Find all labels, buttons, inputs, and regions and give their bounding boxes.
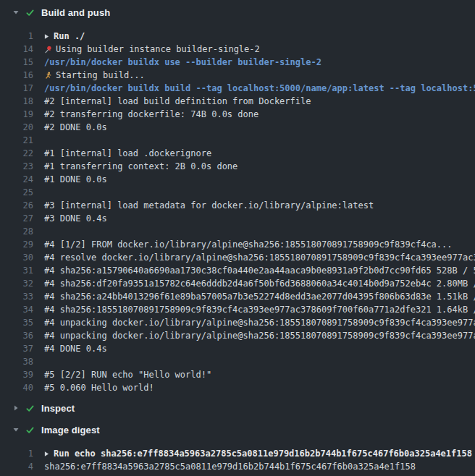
log-line: 37#4 DONE 0.4s — [0, 342, 475, 355]
log-line: 22#1 [internal] load .dockerignore — [0, 147, 475, 160]
line-number[interactable]: 29 — [0, 238, 33, 251]
log-text: #1 transferring context: 2B 0.0s done — [33, 160, 475, 173]
success-check-icon — [25, 404, 35, 413]
log-text: #5 0.060 Hello world! — [33, 381, 475, 394]
line-number[interactable]: 30 — [0, 251, 33, 264]
log-line: 1Run echo sha256:e7ff8834a5963a2785c5a08… — [0, 447, 475, 460]
log-text: #2 DONE 0.0s — [33, 121, 475, 134]
log-text-content: #2 [internal] load build definition from… — [44, 95, 311, 108]
section-header[interactable]: Image digest — [0, 422, 475, 438]
log-line: 40#5 0.060 Hello world! — [0, 381, 475, 394]
line-number[interactable]: 37 — [0, 342, 33, 355]
line-number[interactable]: 25 — [0, 186, 33, 199]
log-line: 33#4 sha256:a24bb4013296f61e89ba57005a7b… — [0, 290, 475, 303]
log-text: #1 [internal] load .dockerignore — [33, 147, 475, 160]
log-text: Using builder instance builder-single-2 — [33, 43, 475, 56]
log-line: 29#4 [1/2] FROM docker.io/library/alpine… — [0, 238, 475, 251]
log-text: Run ./ — [33, 30, 475, 43]
log-text-content: #1 DONE 0.0s — [44, 173, 107, 186]
line-number[interactable]: 23 — [0, 160, 33, 173]
log-text-content: Run echo sha256:e7ff8834a5963a2785c5a081… — [54, 447, 472, 460]
line-number[interactable]: 18 — [0, 95, 33, 108]
log-text-content: #5 0.060 Hello world! — [44, 381, 154, 394]
section-log-body: 1Run ./14Using builder instance builder-… — [0, 20, 475, 394]
line-number[interactable]: 39 — [0, 368, 33, 381]
log-line: 24#1 DONE 0.0s — [0, 173, 475, 186]
line-number[interactable]: 21 — [0, 134, 33, 147]
log-text-content: #2 transferring dockerfile: 74B 0.0s don… — [44, 108, 258, 121]
line-number[interactable]: 31 — [0, 264, 33, 277]
log-text: #4 resolve docker.io/library/alpine@sha2… — [33, 251, 475, 264]
line-number[interactable]: 16 — [0, 69, 33, 82]
log-section: Build and push1Run ./14Using builder ins… — [0, 4, 475, 394]
line-number[interactable]: 36 — [0, 329, 33, 342]
line-number[interactable]: 28 — [0, 225, 33, 238]
log-text: #4 sha256:a24bb4013296f61e89ba57005a7b3e… — [33, 290, 475, 303]
section-header[interactable]: Inspect — [0, 400, 475, 416]
line-number[interactable]: 20 — [0, 121, 33, 134]
line-number[interactable]: 32 — [0, 277, 33, 290]
log-line: 30#4 resolve docker.io/library/alpine@sh… — [0, 251, 475, 264]
log-text — [33, 355, 475, 368]
log-text: #4 unpacking docker.io/library/alpine@sh… — [33, 316, 475, 329]
line-number[interactable]: 1 — [0, 30, 33, 43]
line-number[interactable]: 33 — [0, 290, 33, 303]
log-text — [33, 134, 475, 147]
log-text-content: #4 resolve docker.io/library/alpine@sha2… — [44, 251, 475, 264]
log-line: 27#3 DONE 0.4s — [0, 212, 475, 225]
expand-arrow-icon[interactable] — [44, 449, 49, 458]
line-number[interactable]: 22 — [0, 147, 33, 160]
success-check-icon — [25, 8, 35, 17]
log-text: #4 sha256:df20fa9351a15782c64e6dddb2d4a6… — [33, 277, 475, 290]
log-text-content: /usr/bin/docker buildx use --builder bui… — [44, 56, 321, 69]
log-text-content: #4 [1/2] FROM docker.io/library/alpine@s… — [44, 238, 453, 251]
log-text: #4 sha256:185518070891758909c9f839cf4ca3… — [33, 303, 475, 316]
log-line: 18#2 [internal] load build definition fr… — [0, 95, 475, 108]
log-line: 35#4 unpacking docker.io/library/alpine@… — [0, 316, 475, 329]
line-number[interactable]: 26 — [0, 199, 33, 212]
section-header[interactable]: Build and push — [0, 4, 475, 20]
line-number[interactable]: 40 — [0, 381, 33, 394]
line-number[interactable]: 24 — [0, 173, 33, 186]
expand-arrow-icon[interactable] — [44, 32, 49, 41]
log-text-content: Run ./ — [54, 30, 85, 43]
line-number[interactable]: 17 — [0, 82, 33, 95]
log-line: 31#4 sha256:a15790640a6690aa1730c38cf0a4… — [0, 264, 475, 277]
log-text: #3 [internal] load metadata for docker.i… — [33, 199, 475, 212]
chevron-down-icon[interactable] — [12, 9, 20, 16]
section-title: Image digest — [41, 425, 100, 435]
chevron-right-icon[interactable] — [12, 404, 20, 412]
log-text-content: #4 sha256:185518070891758909c9f839cf4ca3… — [44, 303, 475, 316]
workflow-log-viewer: Build and push1Run ./14Using builder ins… — [0, 0, 475, 476]
line-number[interactable]: 27 — [0, 212, 33, 225]
log-text-content: #1 transferring context: 2B 0.0s done — [44, 160, 238, 173]
log-text: #4 unpacking docker.io/library/alpine@sh… — [33, 329, 475, 342]
log-text: Run echo sha256:e7ff8834a5963a2785c5a081… — [33, 447, 475, 460]
log-line: 36#4 unpacking docker.io/library/alpine@… — [0, 329, 475, 342]
line-number[interactable]: 35 — [0, 316, 33, 329]
line-number[interactable]: 4 — [0, 460, 33, 473]
log-text-content: #2 DONE 0.0s — [44, 121, 107, 134]
log-text-content: #4 unpacking docker.io/library/alpine@sh… — [44, 316, 475, 329]
line-number[interactable]: 14 — [0, 43, 33, 56]
log-text-content: #4 sha256:a15790640a6690aa1730c38cf0a440… — [44, 264, 475, 277]
line-number[interactable]: 38 — [0, 355, 33, 368]
log-line: 4sha256:e7ff8834a5963a2785c5a0811e979d16… — [0, 460, 475, 473]
log-text: #2 transferring dockerfile: 74B 0.0s don… — [33, 108, 475, 121]
log-line: 34#4 sha256:185518070891758909c9f839cf4c… — [0, 303, 475, 316]
log-text-content: #4 sha256:a24bb4013296f61e89ba57005a7b3e… — [44, 290, 475, 303]
line-number[interactable]: 1 — [0, 447, 33, 460]
log-text: #4 DONE 0.4s — [33, 342, 475, 355]
line-number[interactable]: 19 — [0, 108, 33, 121]
section-title: Inspect — [41, 403, 75, 414]
section-title: Build and push — [41, 7, 110, 18]
log-text-content: Starting build... — [56, 69, 145, 82]
line-number[interactable]: 15 — [0, 56, 33, 69]
line-number[interactable]: 34 — [0, 303, 33, 316]
log-text: #5 [2/2] RUN echo "Hello world!" — [33, 368, 475, 381]
log-text: #3 DONE 0.4s — [33, 212, 475, 225]
log-line: 14Using builder instance builder-single-… — [0, 43, 475, 56]
log-text: #4 [1/2] FROM docker.io/library/alpine@s… — [33, 238, 475, 251]
log-text-content: #4 DONE 0.4s — [44, 342, 107, 355]
chevron-down-icon[interactable] — [12, 426, 20, 433]
